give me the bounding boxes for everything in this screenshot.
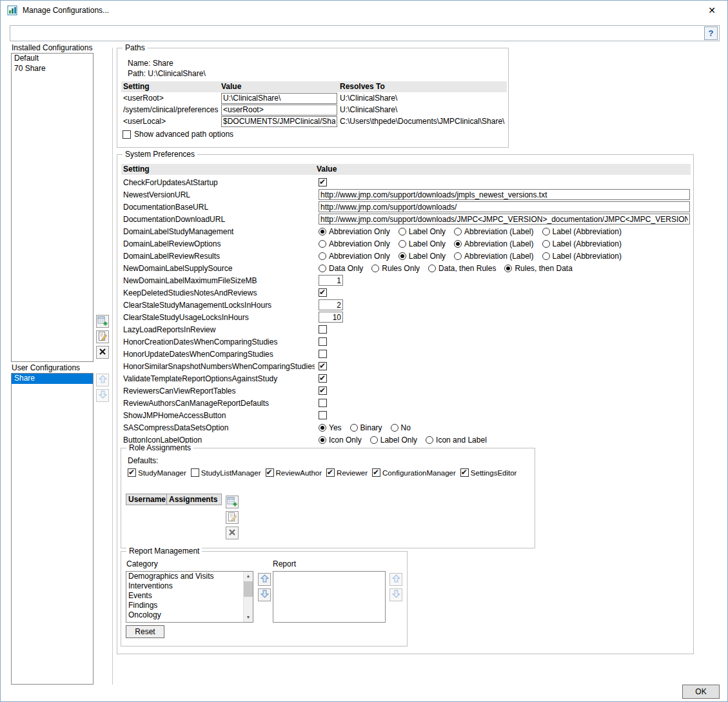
pref-radio-option[interactable]: Label Only xyxy=(398,227,446,236)
pref-number-input[interactable] xyxy=(319,275,343,286)
pref-radio-option[interactable]: Abbreviation Only xyxy=(319,239,390,248)
pref-setting-label: DocumentationDownloadURL xyxy=(121,215,315,224)
edit-configuration-button[interactable] xyxy=(96,330,109,343)
add-role-assignment-button[interactable] xyxy=(226,496,239,508)
path-value-input[interactable] xyxy=(221,116,337,127)
reset-button[interactable]: Reset xyxy=(126,625,164,638)
move-user-config-up-button[interactable] xyxy=(96,374,109,386)
category-move-up-button[interactable] xyxy=(258,573,271,586)
delete-configuration-button[interactable] xyxy=(96,346,109,359)
report-move-up-button[interactable] xyxy=(389,573,402,586)
pref-number-input[interactable] xyxy=(319,299,343,310)
category-listbox[interactable]: Demographics and VisitsInterventionsEven… xyxy=(126,571,253,623)
path-value-input[interactable] xyxy=(221,105,337,115)
category-item[interactable]: Findings xyxy=(126,601,243,610)
scroll-up-icon[interactable]: ▲ xyxy=(244,572,253,581)
category-item[interactable]: Demographics and Visits xyxy=(126,572,243,581)
radio-icon xyxy=(350,424,358,432)
pref-radio-option[interactable]: Icon and Label xyxy=(426,436,487,445)
pref-radio-option[interactable]: Data Only xyxy=(319,264,363,273)
pref-value-cell xyxy=(315,299,691,310)
path-setting-label: /system/clinical/preferences xyxy=(121,105,219,114)
help-button[interactable]: ? xyxy=(704,26,718,40)
report-listbox[interactable] xyxy=(273,571,386,623)
category-label: Category xyxy=(126,559,158,568)
pref-radio-option[interactable]: Abbreviation Only xyxy=(319,252,390,261)
pref-checkbox[interactable] xyxy=(319,399,327,407)
user-configurations-list[interactable]: Share xyxy=(11,373,93,685)
scroll-down-icon[interactable]: ▼ xyxy=(244,613,253,622)
pref-checkbox[interactable] xyxy=(319,386,327,395)
report-move-down-button[interactable] xyxy=(389,588,402,601)
pref-radio-option[interactable]: Label (Abbreviation) xyxy=(542,252,622,261)
pref-checkbox[interactable] xyxy=(319,350,327,358)
role-label: SettingsEditor xyxy=(471,469,517,477)
category-item[interactable]: Interventions xyxy=(126,581,243,591)
arrow-up-icon xyxy=(261,574,269,585)
pref-value-cell: Icon OnlyLabel OnlyIcon and Label xyxy=(315,436,691,445)
add-configuration-button[interactable] xyxy=(96,315,109,328)
role-checkbox-option[interactable]: ReviewAuthor xyxy=(266,468,322,477)
pref-text-input[interactable] xyxy=(319,201,690,212)
pref-radio-option[interactable]: No xyxy=(391,423,411,432)
category-scrollbar[interactable]: ▲ ▼ xyxy=(243,572,253,622)
user-config-item[interactable]: Share xyxy=(12,374,93,384)
pref-radio-option[interactable]: Rules, then Data xyxy=(504,264,572,273)
role-checkbox-option[interactable]: SettingsEditor xyxy=(460,468,517,477)
pref-radio-option[interactable]: Label (Abbreviation) xyxy=(542,239,622,248)
pref-text-input[interactable] xyxy=(319,189,690,200)
radio-icon xyxy=(370,436,378,444)
pref-checkbox[interactable] xyxy=(319,288,327,297)
pref-row: ButtonIconLabelOptionIcon OnlyLabel Only… xyxy=(121,434,691,446)
installed-configurations-list[interactable]: Default70 Share xyxy=(11,53,93,362)
role-checkbox-option[interactable]: StudyListManager xyxy=(191,468,261,477)
pref-radio-option[interactable]: Icon Only xyxy=(319,436,362,445)
move-user-config-down-button[interactable] xyxy=(96,389,109,402)
pref-radio-option[interactable]: Label Only xyxy=(398,239,446,248)
pref-radio-option[interactable]: Label (Abbreviation) xyxy=(542,227,622,236)
pref-radio-option[interactable]: Rules Only xyxy=(371,264,420,273)
ok-button[interactable]: OK xyxy=(682,685,720,699)
pref-number-input[interactable] xyxy=(319,312,343,323)
pref-row: SASCompressDataSetsOptionYesBinaryNo xyxy=(121,421,691,434)
show-advanced-path-options[interactable]: Show advanced path options xyxy=(123,130,233,139)
edit-role-assignment-button[interactable] xyxy=(226,511,239,524)
pref-radio-option[interactable]: Yes xyxy=(319,423,342,432)
pref-radio-option[interactable]: Abbreviation (Label) xyxy=(454,227,533,236)
pref-checkbox[interactable] xyxy=(319,411,327,419)
role-checkbox-option[interactable]: StudyManager xyxy=(128,468,186,477)
pref-setting-label: KeepDeletedStudiesNotesAndReviews xyxy=(121,288,315,297)
category-item[interactable]: Oncology xyxy=(126,610,243,620)
role-checkbox-option[interactable]: Reviewer xyxy=(326,468,368,477)
path-value-input[interactable] xyxy=(221,93,337,104)
pref-radio-option[interactable]: Label Only xyxy=(370,436,417,445)
top-toolbar: ? xyxy=(10,25,720,41)
pref-checkbox[interactable] xyxy=(319,362,327,370)
pref-radio-option[interactable]: Abbreviation (Label) xyxy=(454,252,533,261)
close-button[interactable]: ✕ xyxy=(703,3,721,18)
installed-config-item[interactable]: Default xyxy=(12,54,93,64)
pref-checkbox[interactable] xyxy=(319,178,327,186)
pref-radio-option[interactable]: Abbreviation Only xyxy=(319,227,390,236)
category-move-down-button[interactable] xyxy=(258,588,271,601)
role-checkbox-option[interactable]: ConfigurationManager xyxy=(372,468,456,477)
user-configurations-label: User Configurations xyxy=(12,363,80,372)
pref-row: ClearStaleStudyUsageLocksInHours xyxy=(121,311,691,323)
pref-checkbox[interactable] xyxy=(319,337,327,346)
radio-option-label: Label Only xyxy=(409,239,446,248)
pref-radio-option[interactable]: Abbreviation (Label) xyxy=(454,239,533,248)
system-preferences-group: System Preferences Setting Value CheckFo… xyxy=(117,154,694,654)
pref-value-cell: YesBinaryNo xyxy=(315,423,691,432)
pref-radio-option[interactable]: Binary xyxy=(350,423,382,432)
category-item[interactable]: Events xyxy=(126,591,243,601)
pref-radio-option[interactable]: Data, then Rules xyxy=(428,264,496,273)
pref-checkbox[interactable] xyxy=(319,325,327,334)
scroll-thumb[interactable] xyxy=(244,581,253,597)
pref-text-input[interactable] xyxy=(319,214,690,225)
delete-role-assignment-button[interactable] xyxy=(226,526,239,539)
pref-checkbox[interactable] xyxy=(319,374,327,383)
installed-config-item[interactable]: 70 Share xyxy=(12,64,93,74)
pref-radio-option[interactable]: Label Only xyxy=(398,252,446,261)
pref-setting-label: DomainLabelReviewResults xyxy=(121,252,315,261)
paths-table-row: <userRoot>U:\ClinicalShare\ xyxy=(121,92,507,104)
